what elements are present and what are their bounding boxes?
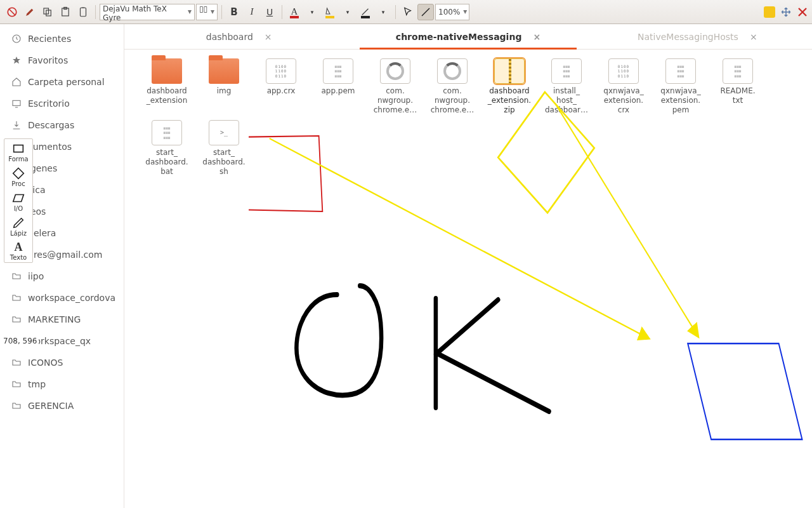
clipboard-icon[interactable] xyxy=(75,4,91,20)
blue-parallelogram xyxy=(688,344,802,439)
sidebar-item-label: Favoritos xyxy=(28,55,68,65)
file-label: install_ host_ dashboar… xyxy=(545,86,588,115)
file-item-8[interactable]: 0100 1100 0110qxnwjava_ extension. crx xyxy=(595,56,652,117)
sidebar-item-16[interactable]: tmp xyxy=(0,373,124,395)
star-icon xyxy=(11,55,22,65)
file-bin-icon: 0100 1100 0110 xyxy=(608,58,639,84)
sidebar-item-15[interactable]: ICONOS xyxy=(0,352,124,373)
main-pane: dashboard×chrome-nativeMessaging×NativeM… xyxy=(124,24,812,508)
svg-rect-10 xyxy=(14,145,23,152)
file-item-10[interactable]: ≡≡≡ ≡≡≡ ≡≡≡README. txt xyxy=(709,56,766,117)
folder-icon xyxy=(11,314,22,324)
text-color-dropdown[interactable]: ▾ xyxy=(304,4,320,20)
file-item-0[interactable]: dashboard _extension xyxy=(138,56,195,117)
tab-1[interactable]: chrome-nativeMessaging× xyxy=(353,24,582,49)
file-text-icon: ≡≡≡ ≡≡≡ ≡≡≡ xyxy=(551,58,582,84)
file-sh-icon: >_ xyxy=(209,120,239,145)
window-move[interactable] xyxy=(780,6,792,18)
file-item-2[interactable]: 0100 1100 0110app.crx xyxy=(252,56,310,117)
tab-0[interactable]: dashboard× xyxy=(124,24,353,49)
palette-texto[interactable]: A Texto xyxy=(4,238,32,262)
underline-button[interactable]: U xyxy=(261,4,278,20)
sidebar-item-label: Carpeta personal xyxy=(28,77,105,87)
file-grid: dashboard _extensionimg0100 1100 0110app… xyxy=(124,50,812,179)
zoom-select[interactable]: 100% xyxy=(435,4,469,20)
file-label: app.pem xyxy=(321,86,355,96)
file-item-5[interactable]: com. nwgroup. chrome.e… xyxy=(424,56,481,117)
window-minimize[interactable] xyxy=(764,6,775,18)
font-select-value: DejaVu Math TeX Gyre xyxy=(103,4,167,22)
line-color-button[interactable] xyxy=(357,4,374,20)
sidebar-item-3[interactable]: Escritorio xyxy=(0,93,124,114)
sidebar-item-17[interactable]: GERENCIA xyxy=(0,395,124,417)
file-item-7[interactable]: ≡≡≡ ≡≡≡ ≡≡≡install_ host_ dashboar… xyxy=(538,56,595,117)
location-tabs: dashboard×chrome-nativeMessaging×NativeM… xyxy=(124,24,812,50)
folder-icon xyxy=(11,379,22,389)
desktop-icon xyxy=(11,98,22,109)
tab-label: NativeMessagingHosts xyxy=(638,32,738,42)
palette-lapiz[interactable]: Lápiz xyxy=(4,213,32,238)
tool-palette: Forma Proc I/O Lápiz A Texto xyxy=(4,138,33,263)
forbid-icon[interactable] xyxy=(4,4,20,20)
line-tool[interactable] xyxy=(417,4,434,20)
sidebar-item-11[interactable]: iipo xyxy=(0,265,124,287)
file-item-12[interactable]: >_start_ dashboard. sh xyxy=(195,117,252,179)
svg-line-1 xyxy=(9,8,16,15)
size-select[interactable]: ▯▯ xyxy=(196,4,218,20)
svg-line-7 xyxy=(422,8,429,16)
home-icon xyxy=(11,77,22,87)
tab-close-icon[interactable]: × xyxy=(265,32,272,42)
palette-proc[interactable]: Proc xyxy=(4,164,32,189)
file-item-3[interactable]: ≡≡≡ ≡≡≡ ≡≡≡app.pem xyxy=(310,56,367,117)
tab-close-icon[interactable]: × xyxy=(533,32,540,42)
brush-icon[interactable] xyxy=(22,4,38,20)
file-zip-icon xyxy=(494,58,525,84)
paste-icon[interactable] xyxy=(57,4,74,20)
text-color-button[interactable]: A xyxy=(286,4,303,20)
highlight-dropdown[interactable]: ▾ xyxy=(339,4,356,20)
sidebar-item-1[interactable]: Favoritos xyxy=(0,50,124,71)
highlight-button[interactable] xyxy=(322,4,338,20)
file-text-icon: ≡≡≡ ≡≡≡ ≡≡≡ xyxy=(152,120,182,145)
sidebar-item-label: dres@gmail.com xyxy=(28,250,102,260)
file-item-6[interactable]: dashboard _extension. zip xyxy=(481,56,538,117)
sidebar-item-13[interactable]: MARKETING xyxy=(0,309,124,330)
font-select[interactable]: DejaVu Math TeX Gyre xyxy=(100,4,195,20)
handwriting-o xyxy=(296,286,381,395)
zoom-value: 100% xyxy=(438,8,460,17)
pointer-tool[interactable] xyxy=(400,4,416,20)
places-sidebar: RecientesFavoritosCarpeta personalEscrit… xyxy=(0,24,124,508)
file-label: com. nwgroup. chrome.e… xyxy=(374,86,417,115)
tab-label: chrome-nativeMessaging xyxy=(396,32,522,42)
window-close[interactable] xyxy=(797,6,808,18)
tab-close-icon[interactable]: × xyxy=(750,32,757,42)
file-label: dashboard _extension xyxy=(147,86,188,105)
file-bin-icon: 0100 1100 0110 xyxy=(266,58,296,84)
sidebar-item-12[interactable]: workspace_cordova xyxy=(0,287,124,309)
palette-forma[interactable]: Forma xyxy=(4,139,32,164)
folder-icon xyxy=(11,401,22,411)
file-label: dashboard _extension. zip xyxy=(488,86,531,115)
copy-icon[interactable] xyxy=(39,4,56,20)
file-label: start_ dashboard. sh xyxy=(202,148,245,177)
bold-button[interactable]: B xyxy=(226,4,242,20)
sidebar-item-label: Escritorio xyxy=(28,98,70,109)
sidebar-item-label: cumentos xyxy=(28,142,72,152)
palette-io[interactable]: I/O xyxy=(4,189,32,213)
file-item-9[interactable]: ≡≡≡ ≡≡≡ ≡≡≡qxnwjava_ extension. pem xyxy=(652,56,709,117)
sidebar-item-label: GERENCIA xyxy=(28,401,74,411)
sidebar-item-label: Descargas xyxy=(28,120,74,130)
tab-2[interactable]: NativeMessagingHosts× xyxy=(583,24,812,49)
file-item-11[interactable]: ≡≡≡ ≡≡≡ ≡≡≡start_ dashboard. bat xyxy=(138,117,195,179)
sidebar-item-4[interactable]: Descargas xyxy=(0,114,124,136)
file-item-1[interactable]: img xyxy=(195,56,252,117)
svg-rect-6 xyxy=(81,8,86,17)
sidebar-item-2[interactable]: Carpeta personal xyxy=(0,71,124,93)
file-text-icon: ≡≡≡ ≡≡≡ ≡≡≡ xyxy=(665,58,696,84)
sidebar-item-0[interactable]: Recientes xyxy=(0,28,124,50)
italic-button[interactable]: I xyxy=(244,4,260,20)
tab-label: dashboard xyxy=(206,32,253,42)
file-text-icon: ≡≡≡ ≡≡≡ ≡≡≡ xyxy=(323,58,353,84)
file-item-4[interactable]: com. nwgroup. chrome.e… xyxy=(367,56,424,117)
line-color-dropdown[interactable]: ▾ xyxy=(375,4,391,20)
